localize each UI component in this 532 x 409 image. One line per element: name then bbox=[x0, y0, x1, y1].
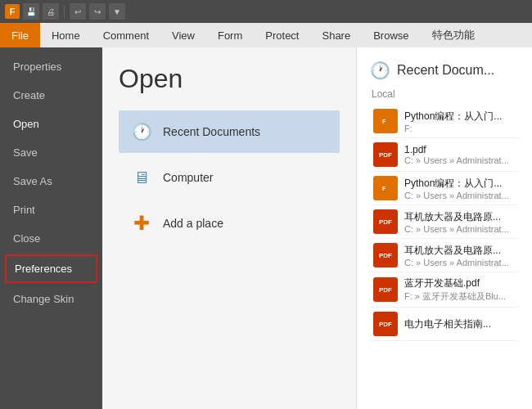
open-option-add-place-label: Add a place bbox=[163, 217, 223, 230]
sidebar-item-preferences[interactable]: Preferences bbox=[5, 254, 97, 283]
doc-info-0: Python编程：从入门... F: bbox=[404, 110, 502, 133]
doc-info-5: 蓝牙开发基础.pdf F: » 蓝牙开发基础及Blu... bbox=[404, 276, 506, 303]
save-icon[interactable]: 💾 bbox=[23, 3, 39, 20]
list-item[interactable]: PDF 1.pdf C: » Users » Administrat... bbox=[370, 138, 519, 172]
open-option-computer-label: Computer bbox=[163, 171, 213, 184]
svg-text:F: F bbox=[382, 119, 386, 124]
doc-path-5: F: » 蓝牙开发基础及Blu... bbox=[404, 290, 506, 303]
doc-info-3: 耳机放大器及电路原... C: » Users » Administrat... bbox=[404, 210, 509, 234]
tab-view[interactable]: View bbox=[160, 23, 206, 47]
content-inner: Open 🕐 Recent Documents 🖥 Computer ✚ Add… bbox=[102, 47, 532, 409]
sidebar-item-save-as[interactable]: Save As bbox=[0, 167, 102, 196]
tab-browse[interactable]: Browse bbox=[362, 23, 420, 47]
recent-panel: 🕐 Recent Docum... Local F Python编程：从入门..… bbox=[356, 47, 532, 409]
doc-path-1: C: » Users » Administrat... bbox=[404, 155, 509, 165]
main-area: Properties Create Open Save Save As Prin… bbox=[0, 47, 532, 409]
sidebar-item-open[interactable]: Open bbox=[0, 110, 102, 138]
tab-share[interactable]: Share bbox=[310, 23, 362, 47]
recent-header-icon: 🕐 bbox=[370, 61, 390, 80]
sidebar-item-save[interactable]: Save bbox=[0, 138, 102, 167]
sidebar-item-change-skin[interactable]: Change Skin bbox=[0, 285, 102, 313]
local-label: Local bbox=[370, 88, 519, 100]
doc-icon-4: PDF bbox=[373, 243, 398, 267]
doc-icon-1: PDF bbox=[373, 142, 398, 167]
doc-name-0: Python编程：从入门... bbox=[404, 110, 502, 124]
list-item[interactable]: PDF 电力电子相关指南... bbox=[370, 308, 519, 341]
tab-comment[interactable]: Comment bbox=[92, 23, 160, 47]
sidebar-item-close[interactable]: Close bbox=[0, 224, 102, 253]
doc-info-6: 电力电子相关指南... bbox=[404, 317, 491, 331]
open-option-computer[interactable]: 🖥 Computer bbox=[119, 156, 340, 199]
doc-icon-2: F bbox=[373, 176, 398, 200]
ribbon-menu: File Home Comment View Form Protect Shar… bbox=[0, 23, 532, 47]
tab-protect[interactable]: Protect bbox=[254, 23, 310, 47]
open-option-recent[interactable]: 🕐 Recent Documents bbox=[119, 110, 340, 153]
doc-path-2: C: » Users » Administrat... bbox=[404, 191, 509, 200]
recent-header: 🕐 Recent Docum... bbox=[370, 61, 519, 80]
doc-name-5: 蓝牙开发基础.pdf bbox=[404, 276, 506, 290]
tab-form[interactable]: Form bbox=[206, 23, 254, 47]
doc-info-2: Python编程：从入门... C: » Users » Administrat… bbox=[404, 177, 509, 200]
open-title: Open bbox=[119, 64, 340, 94]
recent-icon: 🕐 bbox=[130, 120, 153, 143]
svg-text:F: F bbox=[382, 186, 386, 191]
title-bar: F 💾 🖨 ↩ ↪ ▼ bbox=[0, 0, 532, 23]
open-options: 🕐 Recent Documents 🖥 Computer ✚ Add a pl… bbox=[119, 110, 340, 245]
doc-name-6: 电力电子相关指南... bbox=[404, 317, 491, 331]
list-item[interactable]: PDF 耳机放大器及电路原... C: » Users » Administra… bbox=[370, 239, 519, 272]
doc-info-1: 1.pdf C: » Users » Administrat... bbox=[404, 144, 509, 165]
undo-icon[interactable]: ↩ bbox=[70, 3, 86, 20]
doc-path-0: F: bbox=[404, 124, 502, 133]
list-item[interactable]: PDF 蓝牙开发基础.pdf F: » 蓝牙开发基础及Blu... bbox=[370, 272, 519, 308]
separator bbox=[64, 5, 65, 18]
doc-name-3: 耳机放大器及电路原... bbox=[404, 210, 509, 224]
doc-path-4: C: » Users » Administrat... bbox=[404, 258, 509, 267]
open-option-recent-label: Recent Documents bbox=[163, 125, 260, 138]
doc-info-4: 耳机放大器及电路原... C: » Users » Administrat... bbox=[404, 244, 509, 267]
open-option-add-place[interactable]: ✚ Add a place bbox=[119, 202, 340, 245]
sidebar-item-properties[interactable]: Properties bbox=[0, 52, 102, 81]
add-place-icon: ✚ bbox=[130, 212, 153, 235]
doc-path-3: C: » Users » Administrat... bbox=[404, 224, 509, 234]
tab-home[interactable]: Home bbox=[40, 23, 92, 47]
list-item[interactable]: F Python编程：从入门... F: bbox=[370, 105, 519, 138]
doc-name-2: Python编程：从入门... bbox=[404, 177, 509, 191]
toolbar-more-icon[interactable]: ▼ bbox=[109, 3, 125, 20]
doc-icon-0: F bbox=[373, 109, 398, 133]
tab-special[interactable]: 特色功能 bbox=[421, 23, 486, 47]
print-icon[interactable]: 🖨 bbox=[43, 3, 59, 20]
tab-file[interactable]: File bbox=[0, 23, 40, 47]
sidebar-item-create[interactable]: Create bbox=[0, 81, 102, 110]
open-panel: Open 🕐 Recent Documents 🖥 Computer ✚ Add… bbox=[102, 47, 356, 409]
doc-icon-3: PDF bbox=[373, 209, 398, 234]
redo-icon[interactable]: ↪ bbox=[89, 3, 106, 20]
app-logo: F bbox=[5, 4, 20, 19]
doc-icon-6: PDF bbox=[373, 312, 398, 336]
doc-icon-5: PDF bbox=[373, 277, 398, 302]
doc-name-1: 1.pdf bbox=[404, 144, 509, 155]
recent-header-label: Recent Docum... bbox=[397, 63, 494, 78]
sidebar-item-print[interactable]: Print bbox=[0, 196, 102, 224]
content-area: Open 🕐 Recent Documents 🖥 Computer ✚ Add… bbox=[102, 47, 532, 409]
doc-name-4: 耳机放大器及电路原... bbox=[404, 244, 509, 258]
list-item[interactable]: PDF 耳机放大器及电路原... C: » Users » Administra… bbox=[370, 205, 519, 239]
computer-icon: 🖥 bbox=[130, 166, 153, 189]
list-item[interactable]: F Python编程：从入门... C: » Users » Administr… bbox=[370, 172, 519, 205]
sidebar: Properties Create Open Save Save As Prin… bbox=[0, 47, 102, 409]
